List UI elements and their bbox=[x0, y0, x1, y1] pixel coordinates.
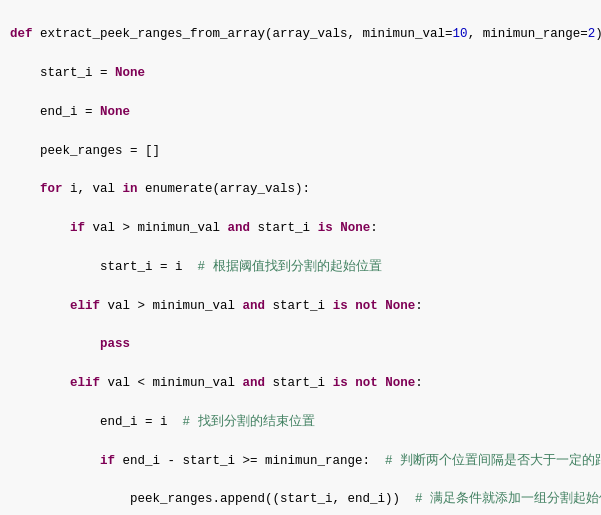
line-10: elif val < minimun_val and start_i is no… bbox=[10, 374, 591, 393]
line-5: for i, val in enumerate(array_vals): bbox=[10, 180, 591, 199]
line-11: end_i = i # 找到分割的结束位置 bbox=[10, 413, 591, 432]
code-editor: def extract_peek_ranges_from_array(array… bbox=[0, 0, 601, 515]
line-7: start_i = i # 根据阈值找到分割的起始位置 bbox=[10, 258, 591, 277]
line-1: def extract_peek_ranges_from_array(array… bbox=[10, 25, 591, 44]
line-8: elif val > minimun_val and start_i is no… bbox=[10, 297, 591, 316]
line-2: start_i = None bbox=[10, 64, 591, 83]
line-4: peek_ranges = [] bbox=[10, 142, 591, 161]
line-13: peek_ranges.append((start_i, end_i)) # 满… bbox=[10, 490, 591, 509]
line-9: pass bbox=[10, 335, 591, 354]
line-3: end_i = None bbox=[10, 103, 591, 122]
line-12: if end_i - start_i >= minimun_range: # 判… bbox=[10, 452, 591, 471]
line-6: if val > minimun_val and start_i is None… bbox=[10, 219, 591, 238]
